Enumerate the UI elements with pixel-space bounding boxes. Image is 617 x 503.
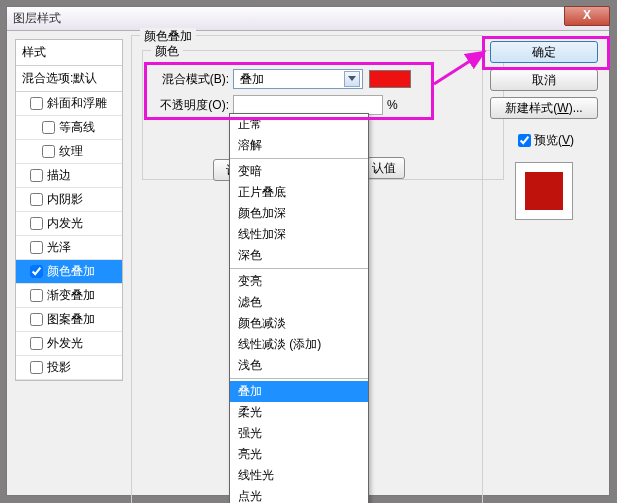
sidebar-item-10[interactable]: 外发光 (16, 332, 122, 355)
blend-option[interactable]: 线性加深 (230, 224, 368, 245)
sidebar-item-3[interactable]: 描边 (16, 164, 122, 187)
blend-option[interactable]: 颜色加深 (230, 203, 368, 224)
sidebar-checkbox-0[interactable] (30, 97, 43, 110)
sidebar-item-label: 外发光 (47, 335, 83, 352)
sidebar-item-2[interactable]: 纹理 (16, 140, 122, 163)
blend-option[interactable]: 溶解 (230, 135, 368, 156)
sidebar-item-label: 斜面和浮雕 (47, 95, 107, 112)
sidebar-heading: 样式 (16, 40, 122, 65)
sidebar-checkbox-7[interactable] (30, 265, 43, 278)
blend-option[interactable]: 亮光 (230, 444, 368, 465)
right-button-column: 确定 取消 新建样式(W)... 预览(V) (489, 41, 599, 220)
styles-sidebar: 样式 混合选项:默认 斜面和浮雕等高线纹理描边内阴影内发光光泽颜色叠加渐变叠加图… (15, 39, 123, 381)
blend-option[interactable]: 颜色减淡 (230, 313, 368, 334)
blend-option[interactable]: 正常 (230, 114, 368, 135)
reset-default-button[interactable]: 认值 (367, 157, 405, 179)
sidebar-item-1[interactable]: 等高线 (16, 116, 122, 139)
close-button[interactable]: X (564, 6, 610, 26)
preview-swatch (515, 162, 573, 220)
sidebar-checkbox-6[interactable] (30, 241, 43, 254)
sidebar-checkbox-2[interactable] (42, 145, 55, 158)
blend-option[interactable]: 线性光 (230, 465, 368, 486)
blend-mode-label: 混合模式(B): (153, 71, 233, 88)
sidebar-item-11[interactable]: 投影 (16, 356, 122, 379)
blend-option[interactable]: 正片叠底 (230, 182, 368, 203)
blend-option[interactable]: 柔光 (230, 402, 368, 423)
sidebar-item-9[interactable]: 图案叠加 (16, 308, 122, 331)
sidebar-checkbox-8[interactable] (30, 289, 43, 302)
blend-option[interactable]: 线性减淡 (添加) (230, 334, 368, 355)
sidebar-item-label: 投影 (47, 359, 71, 376)
sidebar-item-0[interactable]: 斜面和浮雕 (16, 92, 122, 115)
dialog-body: 样式 混合选项:默认 斜面和浮雕等高线纹理描边内阴影内发光光泽颜色叠加渐变叠加图… (7, 31, 609, 495)
sidebar-checkbox-11[interactable] (30, 361, 43, 374)
sidebar-item-label: 光泽 (47, 239, 71, 256)
sidebar-item-label: 等高线 (59, 119, 95, 136)
opacity-input[interactable] (233, 95, 383, 115)
svg-marker-0 (348, 76, 356, 81)
blend-option[interactable]: 强光 (230, 423, 368, 444)
preview-checkbox-input[interactable] (518, 134, 531, 147)
blend-mode-value: 叠加 (240, 71, 264, 88)
layer-style-dialog: 图层样式 X 样式 混合选项:默认 斜面和浮雕等高线纹理描边内阴影内发光光泽颜色… (6, 6, 610, 496)
inner-group-title: 颜色 (151, 43, 183, 60)
preview-checkbox[interactable]: 预览(V) (514, 131, 574, 150)
sidebar-item-label: 纹理 (59, 143, 83, 160)
blend-option[interactable]: 滤色 (230, 292, 368, 313)
blend-option[interactable]: 变亮 (230, 271, 368, 292)
opacity-unit: % (387, 98, 398, 112)
sidebar-item-8[interactable]: 渐变叠加 (16, 284, 122, 307)
sidebar-item-label: 描边 (47, 167, 71, 184)
sidebar-item-label: 颜色叠加 (47, 263, 95, 280)
sidebar-checkbox-4[interactable] (30, 193, 43, 206)
blend-option[interactable]: 变暗 (230, 161, 368, 182)
sidebar-item-label: 内阴影 (47, 191, 83, 208)
blend-option[interactable]: 点光 (230, 486, 368, 503)
sidebar-checkbox-1[interactable] (42, 121, 55, 134)
new-style-button[interactable]: 新建样式(W)... (490, 97, 598, 119)
sidebar-subheading[interactable]: 混合选项:默认 (16, 66, 122, 91)
sidebar-item-4[interactable]: 内阴影 (16, 188, 122, 211)
blend-option[interactable]: 叠加 (230, 381, 368, 402)
sidebar-checkbox-3[interactable] (30, 169, 43, 182)
ok-button[interactable]: 确定 (490, 41, 598, 63)
sidebar-item-7[interactable]: 颜色叠加 (16, 260, 122, 283)
sidebar-item-label: 内发光 (47, 215, 83, 232)
sidebar-checkbox-9[interactable] (30, 313, 43, 326)
sidebar-checkbox-10[interactable] (30, 337, 43, 350)
sidebar-item-6[interactable]: 光泽 (16, 236, 122, 259)
sidebar-item-5[interactable]: 内发光 (16, 212, 122, 235)
opacity-label: 不透明度(O): (153, 97, 233, 114)
close-icon: X (583, 8, 591, 22)
sidebar-item-label: 图案叠加 (47, 311, 95, 328)
blend-mode-dropdown[interactable]: 正常溶解变暗正片叠底颜色加深线性加深深色变亮滤色颜色减淡线性减淡 (添加)浅色叠… (229, 113, 369, 503)
blend-mode-combo[interactable]: 叠加 (233, 69, 363, 89)
blend-option[interactable]: 深色 (230, 245, 368, 266)
blend-option[interactable]: 浅色 (230, 355, 368, 376)
titlebar[interactable]: 图层样式 X (7, 7, 609, 31)
cancel-button[interactable]: 取消 (490, 69, 598, 91)
sidebar-item-label: 渐变叠加 (47, 287, 95, 304)
sidebar-checkbox-5[interactable] (30, 217, 43, 230)
overlay-color-swatch[interactable] (369, 70, 411, 88)
window-title: 图层样式 (13, 10, 61, 27)
chevron-down-icon (344, 71, 360, 87)
